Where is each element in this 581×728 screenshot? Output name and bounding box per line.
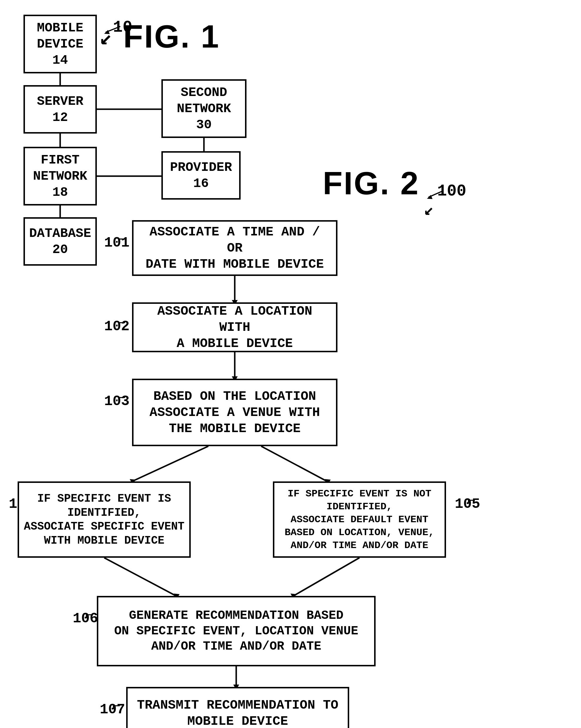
fig1-title: FIG. 1 xyxy=(123,18,220,55)
step2-label: ASSOCIATE A LOCATION WITHA MOBILE DEVICE xyxy=(138,303,332,352)
step1-box: ASSOCIATE A TIME AND / ORDATE WITH MOBIL… xyxy=(132,220,338,276)
provider-label: PROVIDER16 xyxy=(170,159,232,192)
mobile-device-box: MOBILEDEVICE14 xyxy=(24,15,97,73)
step4a-box: IF SPECIFIC EVENT IS IDENTIFIED,ASSOCIAT… xyxy=(18,482,191,558)
first-network-label: FIRSTNETWORK18 xyxy=(33,152,87,201)
server-label: SERVER12 xyxy=(37,93,83,126)
svg-line-18 xyxy=(104,558,176,596)
step1-curve-icon: ⌐ xyxy=(117,232,126,248)
step5-label: GENERATE RECOMMENDATION BASEDON SPECIFIC… xyxy=(114,608,358,654)
second-network-box: SECONDNETWORK30 xyxy=(161,79,246,138)
svg-line-16 xyxy=(261,446,327,482)
step4b-label: IF SPECIFIC EVENT IS NOT IDENTIFIED,ASSO… xyxy=(279,487,440,552)
fig2-arrow-icon: ↙ xyxy=(424,200,434,219)
step3-box: BASED ON THE LOCATIONASSOCIATE A VENUE W… xyxy=(132,379,338,446)
step4a-label: IF SPECIFIC EVENT IS IDENTIFIED,ASSOCIAT… xyxy=(24,492,185,547)
step4b-curve-icon: ⌐ xyxy=(467,493,476,509)
step1-label: ASSOCIATE A TIME AND / ORDATE WITH MOBIL… xyxy=(138,224,332,272)
fig2-ref: 100 xyxy=(437,182,466,201)
step5-curve-icon: ⌐ xyxy=(85,608,94,624)
step3-curve-icon: ⌐ xyxy=(117,390,126,406)
svg-marker-9 xyxy=(427,195,432,199)
step2-box: ASSOCIATE A LOCATION WITHA MOBILE DEVICE xyxy=(132,302,338,352)
svg-line-20 xyxy=(293,558,360,596)
step6-label: TRANSMIT RECOMMENDATION TOMOBILE DEVICE xyxy=(137,697,339,728)
first-network-box: FIRSTNETWORK18 xyxy=(24,147,97,206)
database-label: DATABASE20 xyxy=(29,226,91,258)
provider-box: PROVIDER16 xyxy=(161,151,241,200)
fig2-title: FIG. 2 xyxy=(323,164,420,202)
step6-box: TRANSMIT RECOMMENDATION TOMOBILE DEVICE xyxy=(126,687,349,728)
step6-curve-icon: ⌐ xyxy=(112,699,121,714)
step4b-box: IF SPECIFIC EVENT IS NOT IDENTIFIED,ASSO… xyxy=(273,482,446,558)
second-network-label: SECONDNETWORK30 xyxy=(177,84,231,133)
step5-box: GENERATE RECOMMENDATION BASEDON SPECIFIC… xyxy=(97,596,376,666)
svg-line-14 xyxy=(132,446,208,482)
step3-label: BASED ON THE LOCATIONASSOCIATE A VENUE W… xyxy=(150,388,320,437)
server-box: SERVER12 xyxy=(24,85,97,134)
step2-curve-icon: ⌐ xyxy=(117,316,126,332)
mobile-device-label: MOBILEDEVICE14 xyxy=(37,20,83,69)
fig1-arrow-icon: ↙ xyxy=(100,25,112,50)
database-box: DATABASE20 xyxy=(24,217,97,266)
page: ↙ 10 FIG. 1 MOBILEDEVICE14 SERVER12 SECO… xyxy=(0,0,581,728)
